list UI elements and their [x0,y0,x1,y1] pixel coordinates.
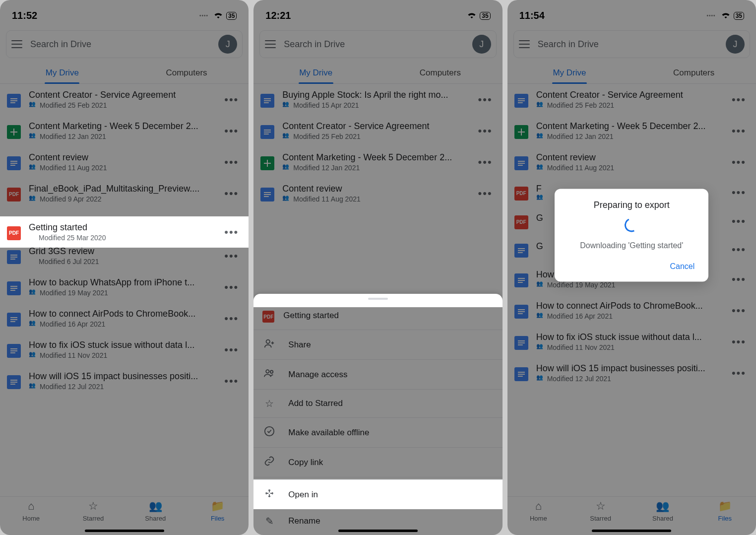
file-row[interactable]: PDF Getting started Modified 25 Mar 2020… [0,216,249,248]
more-button[interactable]: ••• [729,273,749,286]
dialog-cancel-button[interactable]: Cancel [668,259,697,274]
panel-1-file-list: 11:52 •••• 35 Search in Drive J My Drive… [0,0,249,535]
doc-icon [514,273,528,287]
more-button[interactable]: ••• [729,125,749,137]
more-button[interactable]: ••• [221,156,242,169]
file-row[interactable]: Content Marketing - Week 5 December 2...… [507,115,756,146]
file-title: Content Marketing - Week 5 December 2... [282,152,467,163]
more-button[interactable]: ••• [729,156,749,169]
file-row[interactable]: How to fix iOS stuck issue without data … [0,334,249,365]
more-button[interactable]: ••• [221,250,242,263]
search-bar[interactable]: Search in Drive J [513,30,750,58]
action-copy-link[interactable]: Copy link [253,447,502,477]
file-title: Final_eBook_iPad_Multitasking_Preview...… [29,184,213,194]
sheet-header: PDF Getting started [253,304,502,330]
file-subtitle: Modified 11 Nov 2021 [29,351,213,359]
more-button[interactable]: ••• [475,93,496,106]
file-row[interactable]: Content review Modified 11 Aug 2021 ••• [253,178,502,209]
file-subtitle: Modified 19 May 2021 [29,289,213,297]
search-bar[interactable]: Search in Drive J [6,30,243,58]
tab-computers[interactable]: Computers [378,62,503,83]
tab-computers[interactable]: Computers [125,62,249,83]
action-available-offline[interactable]: Make available offline [253,417,502,447]
file-row[interactable]: Content Creator - Service Agreement Modi… [0,84,249,115]
account-avatar[interactable]: J [726,35,745,54]
file-row[interactable]: How to fix iOS stuck issue without data … [507,326,756,357]
more-button[interactable]: ••• [729,93,749,106]
panel-2-action-sheet: 12:21 35 Search in Drive J My Drive Comp… [253,0,502,535]
status-time: 11:54 [519,10,545,21]
file-row[interactable]: How will iOS 15 impact businesses positi… [0,365,249,397]
shared-icon [536,165,544,171]
doc-icon [514,244,528,258]
more-button[interactable]: ••• [475,156,496,169]
tab-my-drive[interactable]: My Drive [507,62,632,83]
file-row[interactable]: PDF Final_eBook_iPad_Multitasking_Previe… [0,178,249,209]
more-button[interactable]: ••• [729,335,749,348]
status-time: 12:21 [265,10,291,21]
shared-icon [29,352,37,358]
file-list[interactable]: Content Creator - Service Agreement Modi… [0,84,249,496]
more-button[interactable]: ••• [221,93,242,106]
more-button[interactable]: ••• [729,215,749,228]
nav-files[interactable]: 📁Files [187,500,249,535]
menu-icon[interactable] [519,40,530,48]
more-button[interactable]: ••• [221,312,242,325]
sheet-icon [514,125,528,139]
more-button[interactable]: ••• [221,187,242,200]
more-button[interactable]: ••• [729,243,749,256]
more-button[interactable]: ••• [221,375,242,388]
more-button[interactable]: ••• [221,125,242,137]
tab-my-drive[interactable]: My Drive [0,62,125,83]
file-list[interactable]: Content Creator - Service Agreement Modi… [507,84,756,496]
file-row[interactable]: Content Marketing - Week 5 December 2...… [253,146,502,178]
nav-home[interactable]: ⌂Home [0,500,62,535]
tab-my-drive[interactable]: My Drive [253,62,378,83]
more-button[interactable]: ••• [221,226,242,239]
search-bar[interactable]: Search in Drive J [259,30,496,58]
pdf-icon: PDF [7,188,21,201]
file-row[interactable]: Content Creator - Service Agreement Modi… [253,115,502,146]
sheet-handle[interactable] [368,298,388,300]
file-row[interactable]: Content review Modified 11 Aug 2021 ••• [507,146,756,178]
account-avatar[interactable]: J [218,35,237,54]
search-placeholder: Search in Drive [538,39,718,50]
cellular-dots-icon: •••• [199,13,208,18]
more-button[interactable]: ••• [729,367,749,380]
status-bar: 11:52 •••• 35 [0,0,249,25]
more-button[interactable]: ••• [729,304,749,317]
menu-icon[interactable] [11,40,22,48]
wifi-icon [213,11,223,21]
more-button[interactable]: ••• [475,125,496,137]
more-button[interactable]: ••• [475,187,496,200]
file-row[interactable]: How will iOS 15 impact businesses positi… [507,357,756,389]
action-manage-access[interactable]: Manage access [253,359,502,389]
highlighted-file-row[interactable]: PDF Getting started Modified 25 Mar 2020… [0,216,249,248]
more-button[interactable]: ••• [221,343,242,356]
more-button[interactable]: ••• [221,281,242,294]
battery-icon: 35 [480,12,490,20]
file-row[interactable]: How to backup WhatsApp from iPhone t... … [0,271,249,303]
file-row[interactable]: Buying Apple Stock: Is April the right m… [253,84,502,115]
tab-computers[interactable]: Computers [631,62,756,83]
menu-icon[interactable] [265,40,276,48]
account-avatar[interactable]: J [472,35,491,54]
file-row[interactable]: How to connect AirPods to ChromeBook... … [0,303,249,334]
file-row[interactable]: Content Marketing - Week 5 December 2...… [0,115,249,146]
action-share[interactable]: Share [253,330,502,359]
more-button[interactable]: ••• [729,186,749,199]
nav-files[interactable]: 📁Files [694,500,756,535]
nav-home[interactable]: ⌂Home [507,500,569,535]
person-add-icon [263,338,275,351]
action-open-in[interactable]: Open in [253,479,502,509]
file-subtitle: Modified 12 Jan 2021 [29,133,213,140]
file-subtitle: Modified 16 Apr 2021 [29,320,213,328]
file-row[interactable]: Content Creator - Service Agreement Modi… [507,84,756,115]
action-add-starred[interactable]: ☆ Add to Starred [253,389,502,417]
doc-icon [260,188,274,201]
file-row[interactable]: Content review Modified 11 Aug 2021 ••• [0,146,249,178]
file-title: Content Creator - Service Agreement [282,121,467,132]
shared-icon [282,165,290,171]
file-row[interactable]: How to connect AirPods to ChromeBook... … [507,295,756,326]
shared-icon [282,102,290,108]
